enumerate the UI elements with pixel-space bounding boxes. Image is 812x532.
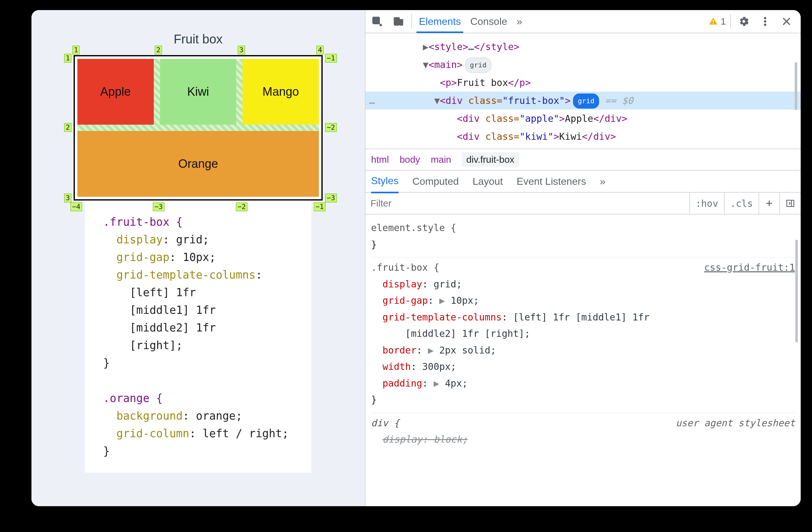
dom-tag: > (553, 131, 559, 142)
code-val: [left] 1fr (130, 286, 196, 299)
dom-dollar0: $0 (622, 95, 633, 106)
style-prop[interactable]: padding (382, 378, 422, 389)
styles-subtabs: Styles Computed Layout Event Listeners » (365, 171, 801, 193)
crumb-body[interactable]: body (400, 154, 420, 165)
scrollbar[interactable] (793, 37, 799, 136)
cell-mango[interactable]: Mango (243, 59, 319, 125)
code-selector: .orange { (103, 392, 163, 405)
tab-elements[interactable]: Elements (416, 10, 463, 33)
style-val[interactable]: 10px; (451, 295, 479, 306)
warnings-badge[interactable]: 1 (709, 16, 726, 27)
selector-text: .fruit-box { (371, 262, 439, 273)
tab-more[interactable]: » (514, 10, 525, 33)
cell-kiwi[interactable]: Kiwi (160, 59, 236, 125)
cls-toggle[interactable]: .cls (724, 193, 758, 214)
dom-tag[interactable]: <main> (429, 59, 463, 70)
styles-filter-input[interactable] (365, 198, 690, 209)
dom-tag[interactable]: <style> (429, 41, 468, 52)
brace: } (371, 394, 377, 405)
warnings-count: 1 (721, 16, 726, 27)
subtab-events[interactable]: Event Listeners (517, 176, 586, 187)
disclosure-triangle-icon[interactable]: ▶ (423, 41, 429, 52)
gear-icon[interactable] (735, 13, 752, 30)
device-toggle-icon[interactable] (390, 13, 407, 30)
style-val[interactable]: 300px; (422, 361, 456, 372)
style-val[interactable]: 4px; (445, 378, 468, 389)
dom-tree[interactable]: ▶<style>…</style> ▼<main>grid <p>Fruit b… (365, 33, 801, 149)
disclosure-triangle-icon[interactable]: ▼ (434, 95, 440, 106)
code-colon: : (256, 268, 262, 281)
crumb-main[interactable]: main (431, 154, 451, 165)
expand-triangle-icon[interactable]: ▶ (434, 378, 445, 389)
dom-attr-value: "apple" (520, 113, 559, 124)
grid-overlay-area: 1 2 3 4 1 2 3 −1 −2 −3 −4 −3 −2 −1 Apple… (74, 55, 323, 200)
style-val[interactable]: grid; (434, 279, 462, 290)
disclosure-triangle-icon[interactable]: ▼ (423, 59, 429, 70)
col-label-4: 4 (316, 46, 323, 54)
code-brace: } (103, 357, 110, 369)
scrollbar[interactable] (794, 218, 799, 364)
row-label-n2: −2 (325, 123, 337, 132)
dom-attr: class= (485, 131, 519, 142)
code-prop: background (116, 409, 183, 422)
code-prop: grid-gap (116, 251, 170, 264)
hov-toggle[interactable]: :hov (690, 193, 724, 214)
grid-badge[interactable]: grid (465, 58, 491, 73)
style-prop[interactable]: display (382, 279, 422, 290)
dom-text: Fruit box (457, 77, 508, 88)
code-prop: display (116, 233, 163, 246)
svg-point-7 (764, 24, 766, 26)
col-label-n3: −3 (153, 202, 164, 211)
tab-console[interactable]: Console (468, 10, 509, 33)
code-val: orange; (196, 409, 243, 422)
dom-attr: class= (468, 95, 502, 106)
expand-triangle-icon[interactable]: ▶ (428, 345, 439, 356)
row-label-3: 3 (64, 194, 71, 202)
toggle-sidebar-icon[interactable] (779, 193, 801, 214)
dom-tag[interactable]: <p> (440, 77, 457, 88)
dom-tag[interactable]: <div (457, 113, 485, 124)
dom-selected-row[interactable]: … ▼<div class="fruit-box">grid == $0 (365, 92, 801, 110)
col-label-n2: −2 (236, 202, 247, 211)
new-rule-button[interactable] (758, 193, 779, 214)
dom-tag[interactable]: <div (457, 131, 485, 142)
cell-orange[interactable]: Orange (77, 131, 319, 197)
style-prop[interactable]: grid-template-columns (382, 312, 502, 323)
style-val[interactable]: 2px solid; (439, 345, 496, 356)
crumb-html[interactable]: html (371, 154, 389, 165)
cell-apple[interactable]: Apple (77, 59, 154, 125)
subtab-styles[interactable]: Styles (371, 175, 398, 193)
style-prop[interactable]: grid-gap (382, 295, 428, 306)
style-prop[interactable]: width (382, 361, 411, 372)
col-label-2: 2 (155, 46, 162, 54)
style-val[interactable]: [middle2] 1fr [right]; (405, 328, 530, 339)
style-overridden[interactable]: display: block; (382, 434, 468, 445)
close-icon[interactable] (778, 13, 795, 30)
devtools-window: Fruit box 1 2 3 4 1 2 3 −1 −2 −3 −4 −3 −… (31, 10, 801, 506)
subtab-computed[interactable]: Computed (412, 176, 459, 187)
subtab-more[interactable]: » (600, 176, 605, 187)
crumb-fruit-box[interactable]: div.fruit-box (462, 152, 519, 167)
gutter-ellipsis: … (369, 92, 375, 110)
devtools-panel: Elements Console » 1 ▶<style>…</style> (365, 10, 801, 506)
dom-attr-value: "kiwi" (520, 131, 553, 142)
code-brace: } (103, 445, 110, 458)
source-link[interactable]: css-grid-fruit:1 (704, 260, 795, 276)
col-label-1: 1 (72, 46, 79, 54)
kebab-icon[interactable] (757, 13, 774, 30)
rule-div-ua[interactable]: div {user agent stylesheet display: bloc… (371, 413, 795, 452)
subtab-layout[interactable]: Layout (473, 176, 503, 187)
style-val[interactable]: [left] 1fr [middle1] 1fr (513, 312, 649, 323)
expand-triangle-icon[interactable]: ▶ (439, 295, 451, 306)
page-preview-pane: Fruit box 1 2 3 4 1 2 3 −1 −2 −3 −4 −3 −… (31, 10, 365, 506)
toolbar-separator (730, 14, 731, 29)
grid-frame[interactable]: Apple Kiwi Mango Orange (74, 55, 323, 200)
row-label-n3: −3 (325, 194, 337, 202)
inspect-icon[interactable] (368, 13, 386, 30)
selector-text: div { (371, 417, 400, 429)
style-prop[interactable]: border (382, 345, 416, 356)
grid-badge-active[interactable]: grid (573, 94, 599, 109)
styles-body[interactable]: element.style { } .fruit-box {css-grid-f… (365, 215, 801, 459)
rule-element-style[interactable]: element.style { } (371, 218, 795, 257)
rule-fruit-box[interactable]: .fruit-box {css-grid-fruit:1 display: gr… (371, 257, 795, 413)
